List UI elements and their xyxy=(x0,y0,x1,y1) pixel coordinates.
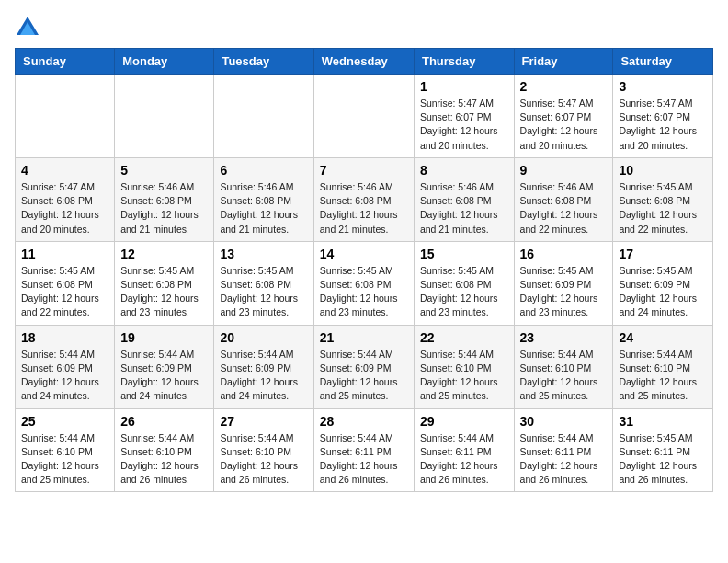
day-info: Sunrise: 5:47 AM Sunset: 6:08 PM Dayligh… xyxy=(21,180,108,236)
day-info: Sunrise: 5:46 AM Sunset: 6:08 PM Dayligh… xyxy=(320,180,408,236)
day-number: 19 xyxy=(120,330,208,345)
calendar-cell xyxy=(214,75,313,158)
day-info: Sunrise: 5:47 AM Sunset: 6:07 PM Dayligh… xyxy=(520,97,608,153)
day-header-tuesday: Tuesday xyxy=(214,49,313,75)
calendar-cell: 17Sunrise: 5:45 AM Sunset: 6:09 PM Dayli… xyxy=(613,241,713,325)
calendar-cell: 22Sunrise: 5:44 AM Sunset: 6:10 PM Dayli… xyxy=(414,325,514,408)
day-number: 24 xyxy=(619,330,707,345)
day-info: Sunrise: 5:45 AM Sunset: 6:09 PM Dayligh… xyxy=(520,264,608,320)
calendar-cell: 15Sunrise: 5:45 AM Sunset: 6:08 PM Dayli… xyxy=(414,241,514,325)
day-info: Sunrise: 5:44 AM Sunset: 6:09 PM Dayligh… xyxy=(220,348,307,404)
day-info: Sunrise: 5:44 AM Sunset: 6:10 PM Dayligh… xyxy=(120,431,208,488)
day-info: Sunrise: 5:45 AM Sunset: 6:08 PM Dayligh… xyxy=(320,264,408,320)
day-number: 16 xyxy=(520,247,608,261)
day-info: Sunrise: 5:46 AM Sunset: 6:08 PM Dayligh… xyxy=(220,180,307,236)
calendar-cell: 27Sunrise: 5:44 AM Sunset: 6:10 PM Dayli… xyxy=(214,408,313,492)
calendar-cell: 21Sunrise: 5:44 AM Sunset: 6:09 PM Dayli… xyxy=(313,325,414,408)
day-number: 6 xyxy=(220,163,307,178)
day-number: 26 xyxy=(120,414,208,429)
day-info: Sunrise: 5:44 AM Sunset: 6:10 PM Dayligh… xyxy=(220,431,307,488)
day-info: Sunrise: 5:44 AM Sunset: 6:10 PM Dayligh… xyxy=(619,348,707,404)
logo xyxy=(15,15,44,40)
calendar-cell: 28Sunrise: 5:44 AM Sunset: 6:11 PM Dayli… xyxy=(313,408,414,492)
day-info: Sunrise: 5:44 AM Sunset: 6:09 PM Dayligh… xyxy=(320,348,408,404)
calendar-week-row: 18Sunrise: 5:44 AM Sunset: 6:09 PM Dayli… xyxy=(16,325,713,408)
calendar-cell: 14Sunrise: 5:45 AM Sunset: 6:08 PM Dayli… xyxy=(313,241,414,325)
day-info: Sunrise: 5:45 AM Sunset: 6:08 PM Dayligh… xyxy=(21,264,108,320)
calendar-cell: 26Sunrise: 5:44 AM Sunset: 6:10 PM Dayli… xyxy=(115,408,214,492)
day-info: Sunrise: 5:44 AM Sunset: 6:10 PM Dayligh… xyxy=(21,431,108,488)
day-number: 25 xyxy=(21,414,108,429)
day-header-saturday: Saturday xyxy=(613,49,713,75)
calendar-cell: 11Sunrise: 5:45 AM Sunset: 6:08 PM Dayli… xyxy=(16,241,115,325)
calendar-cell: 18Sunrise: 5:44 AM Sunset: 6:09 PM Dayli… xyxy=(16,325,115,408)
day-number: 20 xyxy=(220,330,307,345)
day-header-monday: Monday xyxy=(115,49,214,75)
day-info: Sunrise: 5:45 AM Sunset: 6:08 PM Dayligh… xyxy=(619,180,707,236)
logo-icon xyxy=(15,15,40,40)
day-number: 27 xyxy=(220,414,307,429)
day-number: 18 xyxy=(21,330,108,345)
day-info: Sunrise: 5:44 AM Sunset: 6:09 PM Dayligh… xyxy=(21,348,108,404)
day-number: 31 xyxy=(619,414,707,429)
day-info: Sunrise: 5:44 AM Sunset: 6:11 PM Dayligh… xyxy=(320,431,408,488)
calendar-cell: 2Sunrise: 5:47 AM Sunset: 6:07 PM Daylig… xyxy=(514,75,613,158)
day-number: 4 xyxy=(21,163,108,178)
day-info: Sunrise: 5:47 AM Sunset: 6:07 PM Dayligh… xyxy=(619,97,707,153)
day-info: Sunrise: 5:44 AM Sunset: 6:11 PM Dayligh… xyxy=(420,431,508,488)
calendar-cell: 8Sunrise: 5:46 AM Sunset: 6:08 PM Daylig… xyxy=(414,157,514,241)
calendar-cell: 5Sunrise: 5:46 AM Sunset: 6:08 PM Daylig… xyxy=(115,157,214,241)
day-number: 7 xyxy=(320,163,408,178)
day-number: 23 xyxy=(520,330,608,345)
calendar-cell: 12Sunrise: 5:45 AM Sunset: 6:08 PM Dayli… xyxy=(115,241,214,325)
day-number: 21 xyxy=(320,330,408,345)
calendar-cell: 20Sunrise: 5:44 AM Sunset: 6:09 PM Dayli… xyxy=(214,325,313,408)
day-info: Sunrise: 5:45 AM Sunset: 6:11 PM Dayligh… xyxy=(619,431,707,488)
day-number: 13 xyxy=(220,247,307,261)
day-number: 12 xyxy=(120,247,208,261)
day-number: 11 xyxy=(21,247,108,261)
day-header-sunday: Sunday xyxy=(16,49,115,75)
calendar-cell: 16Sunrise: 5:45 AM Sunset: 6:09 PM Dayli… xyxy=(514,241,613,325)
day-number: 17 xyxy=(619,247,707,261)
page-header xyxy=(15,15,713,40)
day-info: Sunrise: 5:46 AM Sunset: 6:08 PM Dayligh… xyxy=(520,180,608,236)
calendar-week-row: 1Sunrise: 5:47 AM Sunset: 6:07 PM Daylig… xyxy=(16,75,713,158)
day-number: 15 xyxy=(420,247,508,261)
day-info: Sunrise: 5:44 AM Sunset: 6:10 PM Dayligh… xyxy=(520,348,608,404)
calendar-week-row: 11Sunrise: 5:45 AM Sunset: 6:08 PM Dayli… xyxy=(16,241,713,325)
day-info: Sunrise: 5:45 AM Sunset: 6:08 PM Dayligh… xyxy=(420,264,508,320)
calendar-cell: 9Sunrise: 5:46 AM Sunset: 6:08 PM Daylig… xyxy=(514,157,613,241)
day-number: 5 xyxy=(120,163,208,178)
day-number: 10 xyxy=(619,163,707,178)
day-number: 30 xyxy=(520,414,608,429)
day-info: Sunrise: 5:47 AM Sunset: 6:07 PM Dayligh… xyxy=(420,97,508,153)
calendar-cell xyxy=(115,75,214,158)
calendar-cell: 1Sunrise: 5:47 AM Sunset: 6:07 PM Daylig… xyxy=(414,75,514,158)
calendar-cell: 30Sunrise: 5:44 AM Sunset: 6:11 PM Dayli… xyxy=(514,408,613,492)
calendar-week-row: 25Sunrise: 5:44 AM Sunset: 6:10 PM Dayli… xyxy=(16,408,713,492)
day-number: 28 xyxy=(320,414,408,429)
calendar-header-row: SundayMondayTuesdayWednesdayThursdayFrid… xyxy=(16,49,713,75)
calendar-table: SundayMondayTuesdayWednesdayThursdayFrid… xyxy=(15,48,713,492)
day-number: 9 xyxy=(520,163,608,178)
day-number: 3 xyxy=(619,79,707,94)
day-number: 8 xyxy=(420,163,508,178)
day-info: Sunrise: 5:44 AM Sunset: 6:09 PM Dayligh… xyxy=(120,348,208,404)
calendar-cell: 6Sunrise: 5:46 AM Sunset: 6:08 PM Daylig… xyxy=(214,157,313,241)
day-info: Sunrise: 5:46 AM Sunset: 6:08 PM Dayligh… xyxy=(120,180,208,236)
calendar-cell: 25Sunrise: 5:44 AM Sunset: 6:10 PM Dayli… xyxy=(16,408,115,492)
calendar-cell: 29Sunrise: 5:44 AM Sunset: 6:11 PM Dayli… xyxy=(414,408,514,492)
calendar-cell: 23Sunrise: 5:44 AM Sunset: 6:10 PM Dayli… xyxy=(514,325,613,408)
calendar-cell: 19Sunrise: 5:44 AM Sunset: 6:09 PM Dayli… xyxy=(115,325,214,408)
day-info: Sunrise: 5:44 AM Sunset: 6:11 PM Dayligh… xyxy=(520,431,608,488)
day-header-thursday: Thursday xyxy=(414,49,514,75)
day-info: Sunrise: 5:46 AM Sunset: 6:08 PM Dayligh… xyxy=(420,180,508,236)
calendar-cell: 13Sunrise: 5:45 AM Sunset: 6:08 PM Dayli… xyxy=(214,241,313,325)
day-number: 22 xyxy=(420,330,508,345)
day-info: Sunrise: 5:45 AM Sunset: 6:08 PM Dayligh… xyxy=(120,264,208,320)
day-number: 1 xyxy=(420,79,508,94)
calendar-cell: 7Sunrise: 5:46 AM Sunset: 6:08 PM Daylig… xyxy=(313,157,414,241)
day-info: Sunrise: 5:45 AM Sunset: 6:08 PM Dayligh… xyxy=(220,264,307,320)
calendar-cell: 4Sunrise: 5:47 AM Sunset: 6:08 PM Daylig… xyxy=(16,157,115,241)
